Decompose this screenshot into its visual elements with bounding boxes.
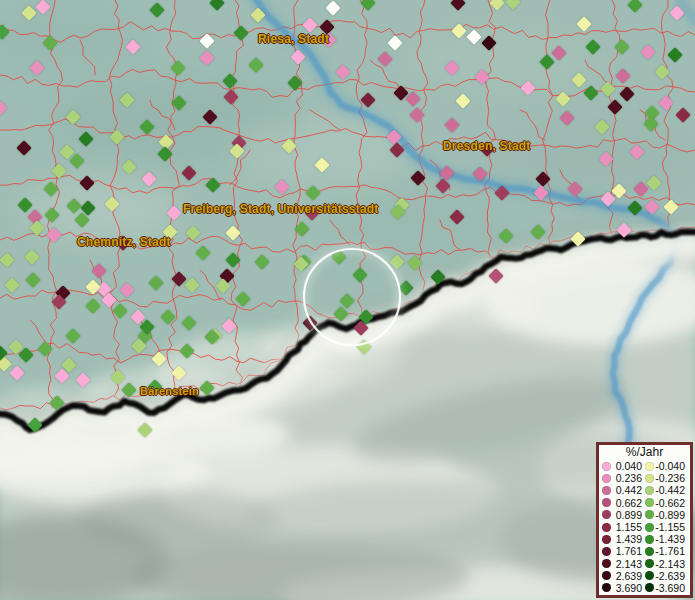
data-point-diamond[interactable] [570, 231, 586, 247]
data-point-diamond[interactable] [435, 178, 451, 194]
data-point-diamond[interactable] [281, 138, 297, 154]
data-point-diamond[interactable] [535, 171, 551, 187]
data-point-diamond[interactable] [151, 351, 167, 367]
data-point-diamond[interactable] [607, 99, 623, 115]
data-point-diamond[interactable] [112, 303, 128, 319]
data-point-diamond[interactable] [498, 228, 514, 244]
data-point-diamond[interactable] [658, 95, 674, 111]
data-point-diamond[interactable] [170, 60, 186, 76]
data-point-diamond[interactable] [352, 267, 368, 283]
data-point-diamond[interactable] [66, 198, 82, 214]
data-point-diamond[interactable] [24, 249, 40, 265]
data-point-diamond[interactable] [466, 29, 482, 45]
data-point-diamond[interactable] [474, 69, 490, 85]
data-point-diamond[interactable] [223, 89, 239, 105]
data-point-diamond[interactable] [157, 146, 173, 162]
data-point-diamond[interactable] [51, 163, 67, 179]
data-point-diamond[interactable] [139, 119, 155, 135]
data-point-diamond[interactable] [551, 45, 567, 61]
data-point-diamond[interactable] [398, 280, 414, 296]
data-point-diamond[interactable] [290, 49, 306, 65]
data-point-diamond[interactable] [137, 422, 153, 438]
data-point-diamond[interactable] [225, 252, 241, 268]
data-point-diamond[interactable] [567, 181, 583, 197]
data-point-diamond[interactable] [302, 17, 318, 33]
data-point-diamond[interactable] [46, 227, 62, 243]
data-point-diamond[interactable] [663, 199, 679, 215]
data-point-diamond[interactable] [199, 380, 215, 396]
data-point-diamond[interactable] [455, 93, 471, 109]
data-point-diamond[interactable] [616, 222, 632, 238]
data-point-diamond[interactable] [121, 159, 137, 175]
data-point-diamond[interactable] [148, 275, 164, 291]
data-point-diamond[interactable] [430, 269, 446, 285]
data-point-diamond[interactable] [104, 196, 120, 212]
data-point-diamond[interactable] [294, 221, 310, 237]
data-point-diamond[interactable] [0, 252, 15, 268]
data-point-diamond[interactable] [85, 298, 101, 314]
data-point-diamond[interactable] [75, 372, 91, 388]
data-point-diamond[interactable] [235, 291, 251, 307]
data-point-diamond[interactable] [16, 140, 32, 156]
data-point-diamond[interactable] [49, 395, 65, 411]
data-point-diamond[interactable] [0, 24, 10, 40]
data-point-diamond[interactable] [184, 277, 200, 293]
data-point-diamond[interactable] [640, 44, 656, 60]
data-point-diamond[interactable] [37, 341, 53, 357]
data-point-diamond[interactable] [619, 86, 635, 102]
data-point-diamond[interactable] [494, 185, 510, 201]
data-point-diamond[interactable] [667, 47, 683, 63]
data-point-diamond[interactable] [65, 109, 81, 125]
data-point-diamond[interactable] [17, 197, 33, 213]
data-point-diamond[interactable] [644, 199, 660, 215]
data-point-diamond[interactable] [356, 339, 372, 355]
data-point-diamond[interactable] [4, 277, 20, 293]
data-point-diamond[interactable] [119, 282, 135, 298]
data-point-diamond[interactable] [35, 0, 51, 15]
data-point-diamond[interactable] [331, 249, 347, 265]
data-point-diamond[interactable] [248, 57, 264, 73]
data-point-diamond[interactable] [488, 268, 504, 284]
data-point-diamond[interactable] [121, 382, 137, 398]
data-point-diamond[interactable] [25, 272, 41, 288]
data-point-diamond[interactable] [110, 369, 126, 385]
data-point-diamond[interactable] [91, 263, 107, 279]
data-point-diamond[interactable] [335, 64, 351, 80]
data-point-diamond[interactable] [65, 328, 81, 344]
data-point-diamond[interactable] [29, 60, 45, 76]
data-point-diamond[interactable] [472, 166, 488, 182]
data-point-diamond[interactable] [449, 209, 465, 225]
data-point-diamond[interactable] [389, 142, 405, 158]
data-point-diamond[interactable] [125, 39, 141, 55]
data-point-diamond[interactable] [287, 75, 303, 91]
data-point-diamond[interactable] [387, 35, 403, 51]
data-point-diamond[interactable] [195, 245, 211, 261]
data-point-diamond[interactable] [85, 279, 101, 295]
data-point-diamond[interactable] [0, 100, 8, 116]
data-point-diamond[interactable] [377, 51, 393, 67]
map-canvas[interactable]: Riesa, StadtDresden, StadtFreiberg, Stad… [0, 0, 695, 600]
data-point-diamond[interactable] [444, 117, 460, 133]
data-point-diamond[interactable] [314, 157, 330, 173]
data-point-diamond[interactable] [9, 365, 25, 381]
data-point-diamond[interactable] [185, 225, 201, 241]
data-point-diamond[interactable] [505, 0, 521, 10]
data-point-diamond[interactable] [530, 224, 546, 240]
data-point-diamond[interactable] [42, 35, 58, 51]
data-point-diamond[interactable] [179, 343, 195, 359]
data-point-diamond[interactable] [254, 254, 270, 270]
data-point-diamond[interactable] [27, 417, 43, 433]
data-point-diamond[interactable] [305, 185, 321, 201]
data-point-diamond[interactable] [386, 129, 402, 145]
data-point-diamond[interactable] [410, 170, 426, 186]
data-point-diamond[interactable] [171, 95, 187, 111]
data-point-diamond[interactable] [481, 35, 497, 51]
data-point-diamond[interactable] [583, 85, 599, 101]
data-point-diamond[interactable] [202, 109, 218, 125]
data-point-diamond[interactable] [614, 39, 630, 55]
data-point-diamond[interactable] [79, 175, 95, 191]
data-point-diamond[interactable] [21, 5, 37, 21]
data-point-diamond[interactable] [409, 107, 425, 123]
data-point-diamond[interactable] [407, 255, 423, 271]
data-point-diamond[interactable] [654, 64, 670, 80]
